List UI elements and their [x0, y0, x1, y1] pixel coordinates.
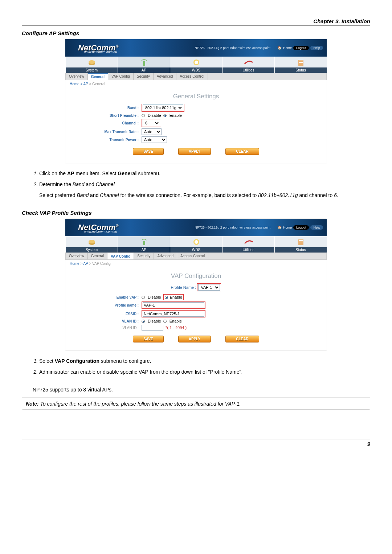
vlan-disable-radio[interactable]: [142, 320, 145, 323]
nav-system[interactable]: System: [65, 57, 118, 73]
check-vap-steps: Select VAP Configuration submenu to conf…: [33, 357, 370, 377]
wds-icon: [170, 57, 222, 67]
vlan-id-input[interactable]: [142, 325, 163, 331]
tab-general[interactable]: General: [88, 253, 108, 259]
step-2: Determine the Band and Channel Select pr…: [39, 180, 370, 200]
tab-vap-config[interactable]: VAP Config: [108, 73, 134, 80]
tab-security[interactable]: Security: [134, 73, 154, 80]
tab-advanced[interactable]: Advanced: [154, 253, 177, 259]
router-header: NetComm® www.netcomm.com.au NP725 - 802.…: [65, 39, 327, 57]
tab-access-control[interactable]: Access Control: [176, 73, 208, 80]
router-screenshot-vap: NetComm® www.netcomm.com.au NP725 - 802.…: [65, 219, 327, 350]
max-tx-rate-select[interactable]: Auto: [142, 128, 162, 135]
enable-vap-disable-radio[interactable]: [142, 296, 145, 299]
vap-config-panel: VAP Configuration Profile Name : VAP-1 E…: [65, 267, 327, 350]
nav-utilities[interactable]: Utilities: [222, 236, 274, 253]
status-icon: [275, 57, 327, 67]
ap-icon: [118, 57, 170, 67]
wds-icon: [170, 237, 222, 247]
svg-rect-15: [299, 242, 303, 242]
product-tagline: NP725 - 802.11g 2 port indoor wireless a…: [195, 46, 270, 50]
nav-wds[interactable]: WDS: [170, 57, 222, 73]
breadcrumb: Home > AP > General: [65, 80, 327, 88]
tab-access-control[interactable]: Access Control: [177, 253, 208, 259]
clear-button[interactable]: CLEAR: [225, 148, 259, 155]
general-settings-panel: General Settings Band : 802.11b+802.11g …: [65, 88, 327, 163]
save-button[interactable]: SAVE: [133, 336, 164, 342]
tab-overview[interactable]: Overview: [66, 73, 88, 80]
trailing-text: NP725 supports up to 8 virtual APs.: [33, 387, 370, 393]
band-label: Band :: [127, 106, 139, 110]
step-1: Select VAP Configuration submenu to conf…: [39, 357, 370, 366]
profile-select-label: Profile Name :: [171, 285, 196, 290]
home-link[interactable]: Home: [283, 226, 292, 229]
note-label: Note:: [26, 401, 39, 407]
product-tagline: NP725 - 802.11g 2 port indoor wireless a…: [195, 226, 270, 229]
max-tx-rate-label: Max Transmit Rate :: [73, 130, 142, 134]
vlan-id-input-label: VLAN ID :: [73, 326, 142, 330]
logo-subtext: www.netcomm.com.au: [84, 230, 117, 233]
note-body: To configure the rest of the profiles, p…: [39, 401, 241, 407]
svg-rect-7: [299, 62, 303, 63]
profile-name-label: Profile name :: [73, 303, 142, 307]
nav-wds[interactable]: WDS: [170, 236, 222, 253]
help-button[interactable]: Help: [310, 46, 323, 50]
channel-select[interactable]: 6: [143, 120, 160, 126]
clear-button[interactable]: CLEAR: [225, 336, 259, 342]
nav-system[interactable]: System: [65, 236, 118, 253]
nav-status[interactable]: Status: [274, 57, 327, 73]
step-1: Click on the AP menu item. Select Genera…: [39, 169, 370, 178]
status-icon: [275, 237, 327, 247]
panel-title: General Settings: [73, 93, 319, 100]
router-header: NetComm® www.netcomm.com.au NP725 - 802.…: [65, 219, 327, 236]
tab-overview[interactable]: Overview: [66, 253, 88, 259]
short-preamble-enable-radio[interactable]: [163, 114, 167, 117]
vlan-id-hint: *( 1 - 4094 ): [166, 325, 187, 330]
system-icon: [66, 237, 118, 247]
chapter-header: Chapter 3. Installation: [22, 18, 370, 26]
home-link[interactable]: Home: [283, 46, 292, 50]
logout-button[interactable]: Logout: [293, 225, 309, 230]
home-icon: 🏠: [278, 226, 282, 229]
profile-select[interactable]: VAP-1: [198, 284, 220, 291]
tab-advanced[interactable]: Advanced: [154, 73, 176, 80]
section-title-check-vap: Check VAP Profile Settings: [22, 210, 370, 216]
panel-title: VAP Configuration: [73, 272, 319, 280]
utilities-icon: [222, 237, 274, 247]
band-select[interactable]: 802.11b+802.11g: [143, 104, 183, 111]
tab-general[interactable]: General: [88, 73, 108, 80]
nav-ap[interactable]: AP: [118, 57, 170, 73]
svg-rect-14: [299, 240, 303, 241]
logout-button[interactable]: Logout: [293, 46, 309, 50]
save-button[interactable]: SAVE: [133, 148, 164, 155]
svg-point-1: [89, 60, 95, 64]
tx-power-select[interactable]: Auto: [142, 136, 167, 143]
short-preamble-disable-radio[interactable]: [142, 114, 145, 117]
home-icon: 🏠: [278, 46, 282, 50]
note-box: Note: To configure the rest of the profi…: [22, 398, 370, 410]
enable-vap-enable-radio[interactable]: [165, 296, 168, 299]
apply-button[interactable]: APPLY: [178, 336, 211, 342]
svg-rect-6: [299, 61, 303, 61]
tab-vap-config[interactable]: VAP Config: [107, 253, 134, 259]
profile-name-input[interactable]: [143, 302, 204, 308]
apply-button[interactable]: APPLY: [178, 148, 211, 155]
vlan-enable-radio[interactable]: [163, 320, 167, 323]
logo-subtext: www.netcomm.com.au: [84, 50, 117, 54]
nav-ap[interactable]: AP: [118, 236, 170, 253]
svg-rect-2: [143, 61, 145, 66]
nav-status[interactable]: Status: [274, 236, 327, 253]
essid-input[interactable]: [143, 311, 204, 317]
help-button[interactable]: Help: [310, 225, 323, 230]
router-screenshot-general: NetComm® www.netcomm.com.au NP725 - 802.…: [65, 39, 327, 163]
essid-label: ESSID :: [73, 312, 142, 316]
ap-icon: [118, 237, 170, 247]
nav-utilities[interactable]: Utilities: [222, 57, 274, 73]
main-nav: System AP WDS Utilities Status: [65, 57, 327, 73]
vlan-id-label: VLAN ID :: [73, 319, 142, 323]
ap-subtabs: Overview General VAP Config Security Adv…: [65, 253, 327, 260]
svg-point-12: [195, 240, 198, 244]
section-title-configure-ap: Configure AP Settings: [22, 30, 370, 36]
tab-security[interactable]: Security: [134, 253, 154, 259]
enable-vap-label: Enable VAP :: [73, 295, 142, 299]
